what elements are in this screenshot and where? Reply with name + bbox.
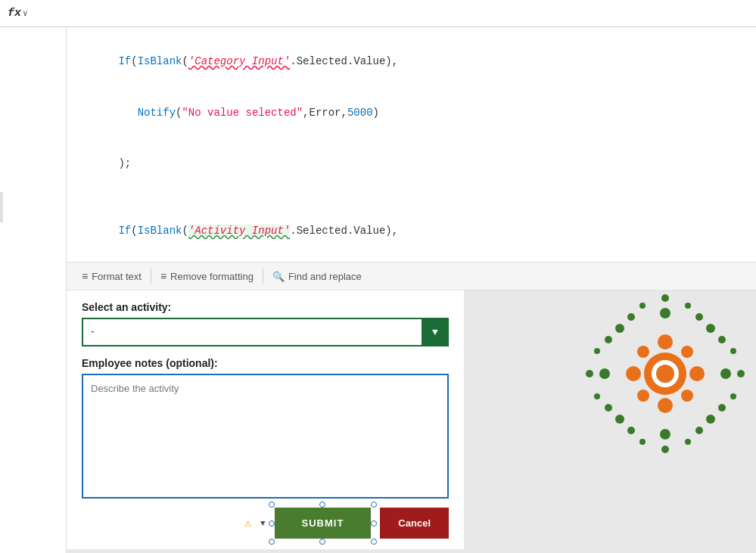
svg-point-9 [637,390,649,402]
svg-point-13 [599,368,610,379]
svg-point-11 [660,308,670,318]
cancel-button[interactable]: Cancel [380,508,449,539]
code-line-5: If(IsBlank('Activity Input'.Selected.Val… [80,206,742,256]
svg-point-16 [706,324,715,333]
code-line-4 [80,189,742,206]
svg-point-14 [720,368,731,379]
svg-point-7 [637,346,649,358]
svg-point-10 [681,390,693,402]
dropdown-small-arrow[interactable]: ▼ [260,519,266,528]
svg-point-31 [594,348,600,354]
svg-point-4 [658,398,673,413]
svg-point-12 [660,429,670,440]
svg-point-30 [695,427,703,434]
svg-point-8 [681,346,693,358]
logo-area [582,290,748,457]
select-activity-label: Select an activity: [82,301,449,313]
svg-point-34 [730,393,736,399]
submit-button-wrapper: SUBMIT [275,508,372,539]
svg-point-36 [685,303,691,309]
handle-tl [269,502,275,508]
svg-point-19 [661,294,669,302]
handle-tr [371,502,377,508]
canvas-area: Select an activity: - ▼ Employee notes (… [67,290,756,553]
svg-point-24 [718,336,726,343]
svg-point-22 [737,370,745,377]
buttons-row: ⚠ ▼ SUBMIT Cancel [82,508,449,539]
svg-point-33 [594,393,600,399]
svg-point-3 [658,334,673,350]
svg-point-28 [695,313,703,321]
toolbar-divider-1 [151,269,151,284]
toolbar-divider-2 [263,269,263,284]
code-content: If(IsBlank('Category Input'.Selected.Val… [67,27,756,262]
svg-point-15 [615,324,624,333]
svg-point-20 [661,446,669,453]
svg-point-21 [586,370,593,377]
format-text-button[interactable]: ≡ Format text [76,267,148,285]
code-line-1: If(IsBlank('Category Input'.Selected.Val… [80,36,742,87]
code-line-2: Notify("No value selected",Error,5000) [80,87,742,138]
svg-point-26 [718,404,726,412]
remove-formatting-button[interactable]: ≡ Remove formatting [154,267,260,285]
warning-icon: ⚠ [244,516,251,530]
format-toolbar: ≡ Format text ≡ Remove formatting 🔍 Find… [67,262,756,290]
svg-point-27 [627,313,635,321]
select-chevron-btn[interactable]: ▼ [422,318,449,346]
svg-point-32 [730,348,736,354]
notes-label: Employee notes (optional): [82,357,449,369]
svg-point-35 [639,303,646,309]
left-sidebar [0,27,67,553]
handle-bc [319,539,325,545]
submit-button[interactable]: SUBMIT [275,508,372,539]
search-icon: 🔍 [272,271,285,282]
svg-point-17 [615,415,624,424]
form-panel: Select an activity: - ▼ Employee notes (… [67,290,464,549]
remove-formatting-label: Remove formatting [170,271,254,282]
svg-point-38 [685,439,691,445]
code-editor[interactable]: If(IsBlank('Category Input'.Selected.Val… [67,27,756,262]
svg-point-2 [656,365,674,383]
select-wrapper: - ▼ [82,318,449,346]
format-text-label: Format text [92,271,142,282]
handle-mr [371,520,377,527]
lines-icon-1: ≡ [82,270,88,282]
find-replace-label: Find and replace [288,271,362,282]
notes-textarea[interactable] [82,374,449,499]
fx-icon: fx [8,7,21,20]
select-activity-section: Select an activity: - ▼ [82,301,449,346]
code-line-6: Notify("No value selected",Error,5000) [80,256,742,262]
svg-point-18 [706,415,715,424]
svg-point-6 [689,366,705,381]
svg-point-25 [605,404,612,412]
code-line-3: ); [80,138,742,188]
lines-icon-2: ≡ [160,270,166,282]
svg-point-29 [627,427,635,434]
find-replace-button[interactable]: 🔍 Find and replace [266,268,368,285]
svg-point-5 [626,366,641,381]
handle-ml [269,520,275,527]
svg-point-37 [639,439,646,445]
fx-chevron[interactable]: ∨ [23,8,28,18]
activity-select[interactable]: - [82,318,449,346]
svg-point-23 [605,336,612,343]
handle-tc [319,502,325,508]
logo-svg [582,290,748,457]
employee-notes-section: Employee notes (optional): [82,357,449,499]
handle-bl [269,539,275,545]
handle-br [371,539,377,545]
sidebar-marker [0,192,3,222]
formula-bar: fx ∨ [0,0,756,27]
